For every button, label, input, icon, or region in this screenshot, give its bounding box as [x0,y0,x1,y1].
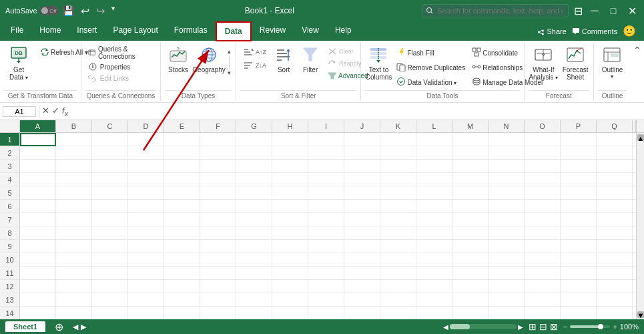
data-types-scroll-up[interactable]: ▲ [226,49,232,55]
grid-cell[interactable] [56,253,92,267]
grid-cell[interactable] [561,280,597,293]
grid-cell[interactable] [20,240,56,253]
h-scroll-thumb[interactable] [450,324,470,329]
grid-cell[interactable] [416,213,452,226]
grid-cell[interactable] [128,307,164,319]
grid-cell[interactable] [489,200,525,213]
grid-cell[interactable] [561,173,597,186]
page-break-view-button[interactable]: ⊠ [550,321,558,332]
grid-cell[interactable] [272,280,308,293]
get-data-button[interactable]: DB Get Data ▾ [4,43,33,82]
row-num-11[interactable]: 11 [0,267,20,280]
grid-cell[interactable] [416,253,452,267]
grid-cell[interactable] [272,240,308,253]
grid-cell[interactable] [597,293,633,307]
ribbon-display-button[interactable]: ⊟ [574,5,583,17]
grid-cell[interactable] [164,146,200,160]
grid-cell[interactable] [561,253,597,267]
grid-cell[interactable] [272,307,308,319]
grid-cell[interactable] [380,307,416,319]
emoji-button[interactable]: 🙂 [623,25,636,37]
autosave-button[interactable]: Off [40,6,59,15]
grid-cell[interactable] [20,186,56,200]
close-button[interactable]: ✕ [625,4,639,17]
grid-cell[interactable] [308,307,344,319]
grid-cell[interactable] [380,213,416,226]
grid-cell[interactable] [164,293,200,307]
share-button[interactable]: Share [537,27,566,35]
grid-cell[interactable] [525,240,561,253]
grid-cell[interactable] [20,160,56,173]
formula-input[interactable] [71,108,641,116]
grid-cell[interactable] [416,240,452,253]
col-header-l[interactable]: L [416,120,452,132]
stocks-button[interactable]: $ Stocks [165,43,192,75]
grid-cell[interactable] [308,293,344,307]
grid-cell[interactable] [236,160,272,173]
grid-cell[interactable] [200,213,236,226]
grid-cell[interactable] [56,293,92,307]
tab-help[interactable]: Help [327,21,360,41]
grid-cell[interactable] [236,173,272,186]
grid-cell[interactable] [56,200,92,213]
col-header-b[interactable]: B [56,120,92,132]
grid-cell[interactable] [92,226,128,240]
row-num-10[interactable]: 10 [0,253,20,267]
grid-cell[interactable] [20,253,56,267]
flash-fill-button[interactable]: Flash Fill [394,46,467,59]
grid-cell[interactable] [56,186,92,200]
grid-cell[interactable] [272,213,308,226]
grid-cell[interactable] [128,267,164,280]
row-num-6[interactable]: 6 [0,200,20,213]
grid-cell[interactable] [128,146,164,160]
grid-cell[interactable] [92,280,128,293]
grid-cell[interactable] [56,133,92,146]
scroll-down-arrow[interactable]: ▼ [637,311,644,318]
grid-cell[interactable] [308,146,344,160]
grid-cell[interactable] [452,200,489,213]
grid-cell[interactable] [561,307,597,319]
scroll-left-btn[interactable]: ◀ [443,323,448,331]
grid-cell[interactable] [597,240,633,253]
grid-cell[interactable] [200,186,236,200]
row-num-1[interactable]: 1 [0,133,20,146]
reapply-button[interactable]: Reapply [325,58,370,69]
grid-cell[interactable] [380,146,416,160]
col-header-p[interactable]: P [561,120,597,132]
grid-cell[interactable] [272,160,308,173]
col-header-a[interactable]: A [20,120,56,132]
grid-cell[interactable] [344,226,380,240]
what-if-analysis-button[interactable]: ? What-If Analysis ▾ [529,43,559,82]
tab-formulas[interactable]: Formulas [166,21,216,41]
grid-cell[interactable] [56,160,92,173]
grid-cell[interactable] [525,293,561,307]
grid-cell[interactable] [452,253,489,267]
search-wrapper[interactable] [422,4,569,17]
grid-cell[interactable] [128,160,164,173]
grid-cell[interactable] [92,240,128,253]
autosave-toggle[interactable]: AutoSave Off [5,6,59,15]
grid-cell[interactable] [561,293,597,307]
grid-cell[interactable] [20,226,56,240]
grid-cell[interactable] [416,293,452,307]
grid-cell[interactable] [164,173,200,186]
grid-cell[interactable] [236,240,272,253]
grid-cell[interactable] [272,146,308,160]
grid-cell[interactable] [308,240,344,253]
grid-cell[interactable] [236,213,272,226]
outline-button[interactable]: Outline ▾ [598,43,627,81]
grid-cell[interactable] [164,253,200,267]
grid-cell[interactable] [416,267,452,280]
grid-cell[interactable] [489,253,525,267]
grid-cell[interactable] [92,213,128,226]
grid-cell[interactable] [452,293,489,307]
grid-cell[interactable] [20,200,56,213]
grid-cell[interactable] [525,267,561,280]
grid-cell[interactable] [20,213,56,226]
row-num-9[interactable]: 9 [0,240,20,253]
grid-cell[interactable] [308,253,344,267]
row-num-5[interactable]: 5 [0,186,20,200]
grid-cell[interactable] [561,200,597,213]
grid-cell[interactable] [344,200,380,213]
grid-cell[interactable] [597,160,633,173]
